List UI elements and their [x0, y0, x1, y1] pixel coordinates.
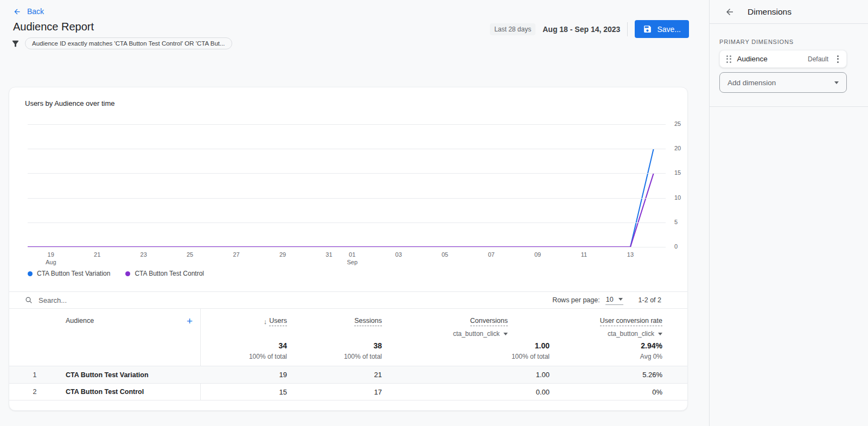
- chevron-down-icon: [834, 81, 839, 84]
- audience-header-cell: Audience +: [9, 309, 200, 366]
- date-range[interactable]: Aug 18 - Sep 14, 2023: [542, 25, 620, 34]
- gridline: [28, 149, 666, 149]
- add-dimension-select[interactable]: Add dimension: [719, 72, 847, 93]
- gridline: [28, 247, 666, 247]
- filter-chip[interactable]: Audience ID exactly matches 'CTA Button …: [25, 37, 232, 49]
- legend-label: CTA Button Test Control: [135, 270, 204, 277]
- table-row[interactable]: 1 CTA Button Test Variation 19 21 1.00 5…: [9, 366, 687, 383]
- back-arrow-icon: [13, 8, 21, 16]
- main-content: Back Audience Report Audience ID exactly…: [0, 0, 709, 426]
- add-dimension-label: Add dimension: [727, 79, 776, 87]
- chart-y-labels: 0510152025: [670, 124, 688, 247]
- row-audience-name: CTA Button Test Control: [60, 388, 200, 396]
- chart-title: Users by Audience over time: [25, 99, 114, 107]
- row-index: 1: [9, 371, 60, 379]
- row-users-value: 15: [200, 388, 287, 396]
- chart-x-ticks: 19Aug21232527293101Sep030507091113: [28, 251, 666, 267]
- sessions-column-label: Sessions: [354, 317, 382, 326]
- gridline: [28, 198, 666, 199]
- chevron-down-icon: [503, 333, 508, 335]
- conversions-column-header[interactable]: Conversions: [470, 317, 508, 326]
- audience-column-label[interactable]: Audience: [66, 317, 94, 325]
- drag-handle-icon[interactable]: [726, 55, 731, 63]
- conversions-event-select[interactable]: cta_button_click: [453, 330, 508, 338]
- legend-item-control: CTA Button Test Control: [125, 270, 204, 277]
- row-conversion-rate-value: 0%: [550, 388, 662, 396]
- save-label: Save...: [657, 25, 681, 34]
- conversion-rate-header-cell: User conversion rate cta_button_click 2.…: [550, 309, 662, 366]
- sessions-header-cell: Sessions 38 100% of total: [287, 309, 382, 366]
- filter-bar: Audience ID exactly matches 'CTA Button …: [11, 37, 232, 49]
- users-total: 34 100% of total: [249, 341, 287, 366]
- x-axis-tick-label: 23: [141, 251, 147, 258]
- conversion-rate-column-header[interactable]: User conversion rate: [600, 317, 662, 326]
- y-axis-tick-label: 20: [674, 145, 681, 151]
- row-users-value: 19: [200, 371, 287, 379]
- search-input[interactable]: [39, 296, 158, 304]
- users-column-label: Users: [269, 317, 287, 326]
- rows-per-page-select[interactable]: 10: [605, 296, 623, 305]
- rows-per-page-label: Rows per page:: [552, 296, 600, 304]
- x-axis-tick-label: 13: [627, 251, 634, 258]
- gridline: [28, 222, 666, 223]
- dimension-default-badge: Default: [808, 55, 828, 63]
- conversions-header-cell: Conversions cta_button_click 1.00 100% o…: [382, 309, 550, 366]
- panel-divider: [710, 106, 868, 107]
- table-toolbar: Rows per page: 10 1-2 of 2: [9, 292, 687, 308]
- y-axis-tick-label: 15: [674, 169, 681, 176]
- primary-dimensions-label: PRIMARY DIMENSIONS: [719, 39, 794, 45]
- more-options-icon[interactable]: [834, 53, 841, 65]
- row-conversions-value: 1.00: [382, 371, 550, 379]
- row-sessions-value: 17: [287, 388, 382, 396]
- x-axis-tick-label: 05: [442, 251, 448, 258]
- y-axis-tick-label: 10: [674, 194, 681, 201]
- conversions-total-value: 1.00: [512, 341, 550, 350]
- dimension-item-audience[interactable]: Audience Default: [719, 50, 847, 68]
- users-column-header[interactable]: ↓ Users: [264, 317, 287, 326]
- chart-legend: CTA Button Test Variation CTA Button Tes…: [28, 270, 204, 277]
- conversion-rate-event-select[interactable]: cta_button_click: [608, 330, 662, 338]
- x-axis-tick-label: 25: [187, 251, 193, 258]
- row-index: 2: [9, 388, 60, 396]
- sessions-column-header[interactable]: Sessions: [354, 317, 382, 326]
- panel-back-arrow-icon[interactable]: [725, 7, 735, 17]
- x-axis-tick-label: 27: [233, 251, 239, 258]
- panel-header: Dimensions: [710, 0, 868, 24]
- y-axis-tick-label: 25: [674, 120, 681, 127]
- x-axis-tick-label: 09: [534, 251, 541, 258]
- header-controls: Last 28 days Aug 18 - Sep 14, 2023 Save.…: [490, 20, 689, 38]
- conversion-rate-event-label: cta_button_click: [608, 330, 654, 338]
- conversions-total: 1.00 100% of total: [512, 341, 550, 366]
- x-axis-tick-label: 11: [581, 251, 587, 258]
- date-preset-chip[interactable]: Last 28 days: [490, 23, 535, 35]
- chevron-down-icon: [618, 298, 623, 301]
- table-header: Audience + ↓ Users 34 100% of total: [9, 308, 687, 366]
- y-axis-tick-label: 0: [674, 243, 678, 250]
- pagination-label: 1-2 of 2: [639, 296, 661, 304]
- row-audience-name: CTA Button Test Variation: [60, 371, 200, 379]
- x-axis-tick-label: 03: [395, 251, 402, 258]
- rows-per-page: Rows per page: 10: [552, 296, 623, 305]
- chevron-down-icon: [658, 333, 662, 335]
- gridline: [28, 124, 666, 125]
- table-row[interactable]: 2 CTA Button Test Control 15 17 0.00 0%: [9, 383, 687, 400]
- conversions-total-note: 100% of total: [512, 353, 550, 360]
- back-label: Back: [27, 7, 44, 16]
- legend-dot-blue: [28, 271, 33, 276]
- dimension-name: Audience: [737, 55, 802, 63]
- gridline: [28, 173, 666, 174]
- chart-plot: [28, 124, 666, 247]
- back-link[interactable]: Back: [13, 7, 44, 16]
- save-button[interactable]: Save...: [635, 20, 689, 38]
- legend-item-variation: CTA Button Test Variation: [28, 270, 110, 277]
- x-axis-tick-label: 21: [94, 251, 100, 258]
- conversions-column-label: Conversions: [470, 317, 508, 326]
- conversion-rate-total-value: 2.94%: [640, 341, 662, 350]
- sessions-total: 38 100% of total: [344, 341, 382, 366]
- add-column-button[interactable]: +: [187, 317, 193, 326]
- report-card: Users by Audience over time 0510152025 1…: [9, 87, 688, 411]
- x-axis-tick-label: 01Sep: [347, 251, 358, 266]
- rows-per-page-value: 10: [606, 296, 614, 303]
- sort-descending-icon: ↓: [264, 317, 267, 326]
- x-axis-tick-label: 31: [326, 251, 332, 258]
